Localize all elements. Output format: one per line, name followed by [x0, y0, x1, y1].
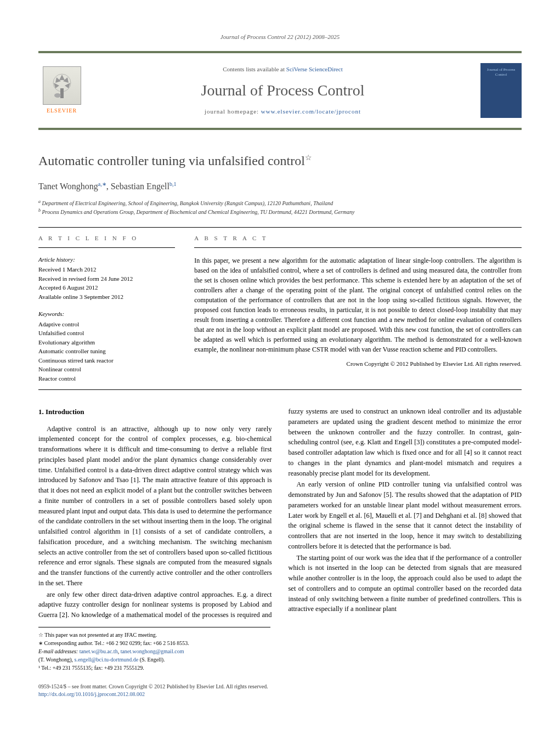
email-author-2: (S. Engell). [138, 657, 165, 663]
body-paragraph-1: Adaptive control is an attractive, altho… [38, 424, 272, 589]
doi-link[interactable]: http://dx.doi.org/10.1016/j.jprocont.201… [38, 691, 145, 697]
footnotes-block: ☆ This paper was not presented at any IF… [38, 627, 270, 672]
homepage-line: journal homepage: www.elsevier.com/locat… [85, 108, 480, 116]
article-history-label: Article history: [38, 256, 175, 264]
affiliations: a Department of Electrical Engineering, … [38, 199, 522, 217]
abstract-heading: a b s t r a c t [194, 234, 522, 247]
section-1-title: 1. Introduction [38, 406, 272, 417]
keywords-label: Keywords: [38, 310, 175, 318]
sciencedirect-link[interactable]: SciVerse ScienceDirect [286, 66, 343, 72]
journal-reference: Journal of Process Control 22 (2012) 200… [38, 33, 522, 41]
email-link-1[interactable]: tanet.w@bu.ac.th [80, 648, 118, 654]
page-footer: 0959-1524/$ – see front matter. Crown Co… [38, 683, 522, 698]
title-footnote-marker: ☆ [305, 154, 312, 162]
article-info-block: a r t i c l e i n f o Article history: R… [38, 228, 183, 390]
article-history-text: Received 1 March 2012 Received in revise… [38, 265, 175, 301]
affiliation-a: Department of Electrical Engineering, Sc… [41, 200, 333, 206]
article-title: Automatic controller tuning via unfalsif… [38, 152, 522, 171]
footnote-star: ☆ This paper was not presented at any IF… [38, 631, 270, 639]
journal-title: Journal of Process Control [85, 80, 480, 101]
main-body-columns: 1. Introduction Adaptive control is an a… [38, 406, 522, 620]
journal-cover-thumbnail: Journal of Process Control [480, 63, 522, 118]
footnote-emails: E-mail addresses: tanet.w@bu.ac.th, tane… [38, 647, 270, 655]
email-link-3[interactable]: s.engell@bci.tu-dortmund.de [74, 657, 138, 663]
affiliation-b: Process Dynamics and Operations Group, D… [41, 209, 355, 215]
abstract-block: a b s t r a c t In this paper, we presen… [183, 228, 522, 390]
contents-prefix: Contents lists available at [223, 66, 286, 72]
body-paragraph-3: An early version of online PID controlle… [289, 479, 522, 551]
info-abstract-section: a r t i c l e i n f o Article history: R… [38, 227, 522, 390]
svg-point-2 [54, 93, 61, 98]
author-1-sup: a,∗ [98, 181, 106, 187]
footnote-tel-1: ¹ Tel.: +49 231 7555135; fax: +49 231 75… [38, 664, 270, 672]
authors-line: Tanet Wonghonga,∗, Sebastian Engellb,1 [38, 180, 522, 193]
abstract-copyright: Crown Copyright © 2012 Published by Else… [194, 360, 522, 368]
title-text: Automatic controller tuning via unfalsif… [38, 154, 305, 168]
header-center: Contents lists available at SciVerse Sci… [85, 65, 480, 116]
homepage-prefix: journal homepage: [205, 108, 261, 115]
cover-title-text: Journal of Process Control [483, 67, 519, 77]
author-1: Tanet Wonghong [38, 182, 98, 191]
contents-available-line: Contents lists available at SciVerse Sci… [85, 65, 480, 73]
article-info-heading: a r t i c l e i n f o [38, 234, 175, 247]
journal-header-banner: ELSEVIER Contents lists available at Sci… [38, 51, 522, 130]
footer-copyright: 0959-1524/$ – see front matter. Crown Co… [38, 683, 522, 691]
abstract-text: In this paper, we present a new algorith… [194, 256, 522, 354]
author-2-sup: b,1 [169, 181, 177, 187]
homepage-link[interactable]: www.elsevier.com/locate/jprocont [261, 108, 361, 115]
elsevier-logo: ELSEVIER [38, 65, 85, 117]
author-2: , Sebastian Engell [106, 182, 169, 191]
keywords-text: Adaptive control Unfalsified control Evo… [38, 320, 175, 383]
email-link-2[interactable]: tanet.wonghong@gmail.com [121, 648, 184, 654]
footnote-email-authors: (T. Wonghong), s.engell@bci.tu-dortmund.… [38, 655, 270, 664]
footnote-corresponding: ∗ Corresponding author. Tel.: +66 2 902 … [38, 639, 270, 647]
body-paragraph-4: The starting point of our work was the i… [289, 553, 522, 615]
elsevier-text: ELSEVIER [47, 107, 77, 115]
email-label: E-mail addresses: [38, 648, 80, 654]
elsevier-tree-icon [43, 66, 81, 105]
email-author-1: (T. Wonghong), [38, 657, 74, 663]
svg-rect-0 [60, 88, 64, 98]
